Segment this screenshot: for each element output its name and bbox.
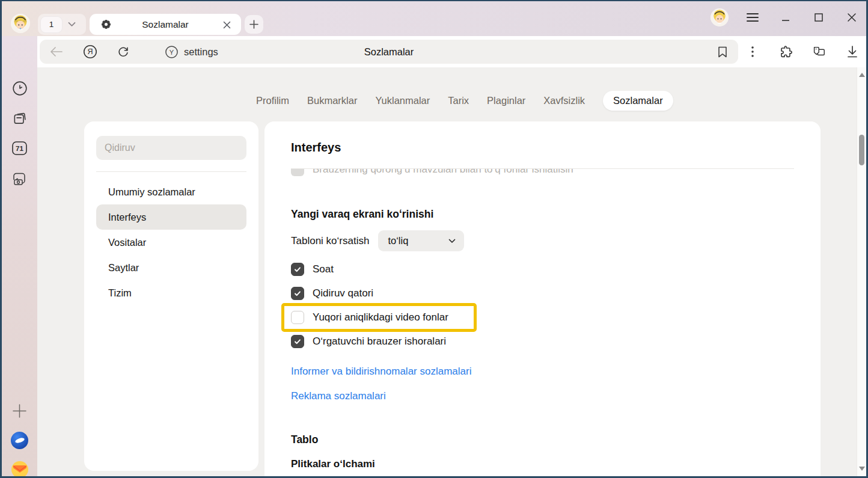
clock-icon xyxy=(12,81,28,96)
tab-counter-icon: 71 xyxy=(11,141,28,156)
checkbox-row-video-fonlar[interactable]: Yuqori aniqlikdagi video fonlar xyxy=(291,306,448,329)
history-button[interactable] xyxy=(2,81,37,96)
puzzle-icon xyxy=(778,44,793,59)
chevron-down-icon[interactable] xyxy=(68,22,76,27)
notes-button[interactable] xyxy=(2,111,37,126)
nav-item-vositalar[interactable]: Vositalar xyxy=(96,230,246,255)
kebab-menu-icon xyxy=(751,46,754,57)
settings-page-tabs: Profilim Bukmarklar Yuklanmalar Tarix Pl… xyxy=(256,90,673,111)
notes-icon xyxy=(12,111,28,126)
scroll-up-arrow-icon[interactable] xyxy=(859,73,865,77)
nav-item-umumiy[interactable]: Umumiy sozlamalar xyxy=(96,179,246,204)
extensions-button[interactable] xyxy=(778,44,793,59)
screenshot-camera-icon xyxy=(11,171,28,186)
checkbox-list: Soat Qidiruv qatori Yuqori aniqlikdagi v… xyxy=(291,257,794,354)
nav-item-interfeys[interactable]: Interfeys xyxy=(96,204,246,230)
display-setting-row: Tabloni koʻrsatish toʻliq xyxy=(291,230,794,251)
close-icon xyxy=(847,13,857,22)
checkbox-soat[interactable] xyxy=(291,263,304,276)
mail-icon xyxy=(11,461,29,478)
settings-main-card: Interfeys Brauzerning qorongʻu mavzulari… xyxy=(264,121,821,476)
display-mode-dropdown[interactable]: toʻliq xyxy=(378,230,464,251)
scroll-down-arrow-icon[interactable] xyxy=(859,467,865,471)
link-informer-settings[interactable]: Informer va bildirishnomalar sozlamalari xyxy=(291,366,794,378)
avatar-icon xyxy=(11,14,30,33)
maximize-icon xyxy=(814,13,824,22)
speed-dial-button[interactable]: 71 xyxy=(2,141,37,156)
nav-divider xyxy=(96,171,246,172)
gear-icon xyxy=(100,19,112,30)
profile-avatar[interactable] xyxy=(11,14,30,33)
checkbox-label: Yuqori aniqlikdagi video fonlar xyxy=(313,311,448,323)
checkbox-row-qidiruv-qatori[interactable]: Qidiruv qatori xyxy=(291,281,794,305)
settings-search-input[interactable] xyxy=(96,136,246,160)
collections-icon xyxy=(811,44,826,59)
settings-links: Informer va bildirishnomalar sozlamalari… xyxy=(291,366,794,402)
more-actions-button[interactable] xyxy=(745,44,760,59)
close-window-button[interactable] xyxy=(843,8,861,26)
tablo-heading: Tablo xyxy=(291,434,794,446)
tab-yuklanmalar[interactable]: Yuklanmalar xyxy=(375,95,430,106)
tab-bukmarklar[interactable]: Bukmarklar xyxy=(307,95,357,106)
yandex-browser-logo-icon xyxy=(11,432,28,449)
scrollbar-thumb[interactable] xyxy=(859,135,864,165)
checkbox-label: Oʻrgatuvchi brauzer ishoralari xyxy=(313,336,446,348)
dropdown-value: toʻliq xyxy=(388,235,448,247)
tab-close-icon[interactable] xyxy=(221,19,233,31)
browser-window: 1 Sozlamalar xyxy=(0,0,868,478)
menu-button[interactable] xyxy=(744,8,762,26)
browser-home-button[interactable] xyxy=(2,432,37,449)
tab-group[interactable]: 1 xyxy=(38,14,86,35)
display-setting-label: Tabloni koʻrsatish xyxy=(291,235,369,247)
clipped-setting-row: Brauzerning qorongʻu mavzulari bilan toʻ… xyxy=(291,169,794,179)
checkbox-dark-theme[interactable] xyxy=(291,169,304,176)
maximize-button[interactable] xyxy=(810,8,828,26)
tile-size-heading: Plitkalar oʻlchami xyxy=(291,458,794,470)
address-bar[interactable]: Я Y settings Sozlamalar xyxy=(40,40,738,64)
page-scrollbar[interactable] xyxy=(857,67,866,476)
page-content: Profilim Bukmarklar Yuklanmalar Tarix Pl… xyxy=(37,67,857,476)
minimize-icon xyxy=(781,13,790,22)
minimize-button[interactable] xyxy=(777,8,795,26)
account-avatar[interactable] xyxy=(711,8,729,26)
tab-count-chip[interactable]: 1 xyxy=(40,16,63,33)
tab-sozlamalar[interactable]: Sozlamalar xyxy=(603,91,673,111)
tab-count: 1 xyxy=(49,20,54,29)
settings-nav-list: Umumiy sozlamalar Interfeys Vositalar Sa… xyxy=(96,179,246,305)
link-reklama-settings[interactable]: Reklama sozlamalari xyxy=(291,390,794,402)
nav-item-saytlar[interactable]: Saytlar xyxy=(96,255,246,280)
browser-sidebar: 71 xyxy=(2,36,37,476)
toolbar: Я Y settings Sozlamalar xyxy=(37,36,866,67)
checkbox-video-fonlar[interactable] xyxy=(291,311,304,324)
tab-title: Sozlamalar xyxy=(90,19,241,30)
checkbox-brauzer-ishoralari[interactable] xyxy=(291,335,304,348)
section-title: Interfeys xyxy=(291,141,794,155)
downloads-button[interactable] xyxy=(845,44,860,59)
chevron-down-icon xyxy=(448,239,456,244)
nav-item-tizim[interactable]: Tizim xyxy=(96,280,246,305)
checkbox-label: Qidiruv qatori xyxy=(313,287,373,299)
sidebar-add-button[interactable] xyxy=(2,403,37,418)
checkbox-row-soat[interactable]: Soat xyxy=(291,257,794,281)
collections-button[interactable] xyxy=(811,44,826,59)
tab-sozlamalar[interactable]: Sozlamalar xyxy=(90,14,241,35)
checkbox-qidiruv-qatori[interactable] xyxy=(291,287,304,300)
plus-icon xyxy=(12,403,27,418)
checkbox-label: Soat xyxy=(313,263,334,275)
plus-icon xyxy=(249,20,258,29)
tab-xavfsizlik[interactable]: Xavfsizlik xyxy=(543,95,585,106)
page-title: Sozlamalar xyxy=(40,40,738,64)
tab-bar: 1 Sozlamalar xyxy=(2,1,866,36)
screenshot-button[interactable] xyxy=(2,171,37,186)
tab-plaginlar[interactable]: Plaginlar xyxy=(487,95,525,106)
bookmark-button[interactable] xyxy=(715,44,730,59)
checkbox-row-brauzer-ishoralari[interactable]: Oʻrgatuvchi brauzer ishoralari xyxy=(291,329,794,354)
new-tab-button[interactable] xyxy=(245,15,263,34)
newtab-section-heading: Yangi varaq ekrani koʻrinishi xyxy=(291,208,794,221)
mail-button[interactable] xyxy=(2,461,37,478)
hamburger-icon xyxy=(746,13,759,22)
svg-text:71: 71 xyxy=(16,145,23,152)
tab-profilim[interactable]: Profilim xyxy=(256,95,289,106)
tab-tarix[interactable]: Tarix xyxy=(448,95,469,106)
download-icon xyxy=(846,45,858,58)
